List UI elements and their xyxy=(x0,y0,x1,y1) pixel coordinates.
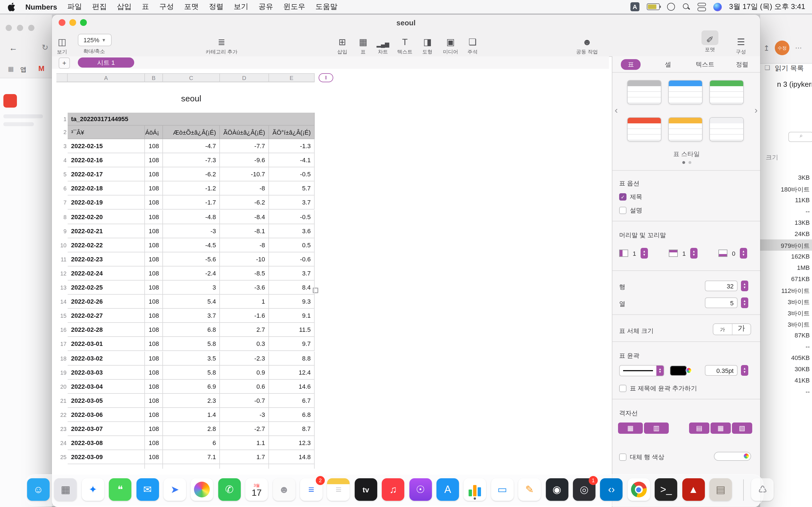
table-style-thumbnail-6[interactable] xyxy=(709,117,744,142)
font-smaller-button[interactable]: 가 xyxy=(713,324,732,335)
dock-messages-icon[interactable]: ❝ xyxy=(109,478,132,501)
outline-width-field[interactable]: 0.35pt xyxy=(705,365,738,376)
cell[interactable]: 2022-02-21 xyxy=(68,224,145,238)
menu-item-구성[interactable]: 구성 xyxy=(159,2,174,12)
apps-grid-icon[interactable]: ▦ xyxy=(8,65,14,73)
cell[interactable]: 2022-02-17 xyxy=(68,167,145,181)
table-row-21[interactable]: 2022-03-051082.3-0.76.7 xyxy=(68,394,315,408)
dock-finder-icon[interactable]: ☺ xyxy=(27,478,50,501)
cell[interactable]: 108 xyxy=(145,351,163,365)
table-row-13[interactable]: 2022-02-251083-3.68.4 xyxy=(68,281,315,295)
cell[interactable]: -4.8 xyxy=(163,210,220,224)
cell[interactable]: 6 xyxy=(163,436,220,450)
dock-reminders-icon[interactable]: ≡2 xyxy=(300,478,322,501)
cell[interactable]: -4.5 xyxy=(163,238,220,252)
outline-width-stepper[interactable]: ▲▼ xyxy=(741,365,748,376)
cell[interactable]: 2022-02-18 xyxy=(68,182,145,196)
cell[interactable]: -4.7 xyxy=(163,139,220,153)
cell[interactable]: -3 xyxy=(163,224,220,238)
cell[interactable]: -0.5 xyxy=(269,167,315,181)
table-row-1[interactable]: ta_20220317144955 xyxy=(68,113,315,126)
table-row-22[interactable]: 2022-03-061081.4-36.8 xyxy=(68,408,315,422)
add-sheet-button[interactable]: + xyxy=(59,57,70,69)
column-header-D[interactable]: D xyxy=(220,73,269,82)
cell[interactable]: 2022-02-23 xyxy=(68,252,145,267)
cell[interactable]: 108 xyxy=(145,281,163,295)
cell[interactable]: 3.7 xyxy=(163,309,220,323)
table-row-17[interactable]: 2022-03-011085.80.39.7 xyxy=(68,337,315,351)
cell[interactable]: 5.8 xyxy=(163,365,220,379)
table-style-thumbnail-1[interactable] xyxy=(627,80,661,104)
table-row-14[interactable]: 2022-02-261085.419.3 xyxy=(68,295,315,309)
size-column-header[interactable]: 크기 xyxy=(766,153,778,162)
cell[interactable]: 1.7 xyxy=(220,450,269,464)
table-row-4[interactable]: 2022-02-16108-7.3-9.6-4.1 xyxy=(68,153,315,167)
cell[interactable]: -3 xyxy=(220,408,269,422)
table-row-23[interactable]: 2022-03-071082.8-2.78.7 xyxy=(68,422,315,436)
cell[interactable]: -2.3 xyxy=(220,351,269,365)
cell[interactable]: 108 xyxy=(145,365,163,379)
cell[interactable]: -7.3 xyxy=(163,153,220,167)
inspector-tab-표[interactable]: 표 xyxy=(612,59,650,69)
cell[interactable]: 12.3 xyxy=(269,436,315,450)
menu-item-표[interactable]: 표 xyxy=(142,2,149,12)
cell[interactable]: 0.3 xyxy=(220,337,269,351)
header-footer-stepper-1[interactable]: ▲▼ xyxy=(641,248,648,259)
cell[interactable]: 2022-03-06 xyxy=(68,408,145,422)
cell[interactable]: 2022-02-27 xyxy=(68,309,145,323)
dock-maps-icon[interactable]: ➤ xyxy=(163,478,186,501)
cell[interactable]: -1.2 xyxy=(163,182,220,196)
title-outline-checkbox[interactable]: 표 제목에 윤곽 추가하기 xyxy=(619,384,697,393)
cell-ta-label[interactable]: ta_20220317144955 xyxy=(68,113,315,126)
cell[interactable]: 2022-02-25 xyxy=(68,281,145,295)
table-row-9[interactable]: 2022-02-21108-3-8.13.6 xyxy=(68,224,315,238)
cell[interactable]: -3.6 xyxy=(220,281,269,295)
menu-item-정렬[interactable]: 정렬 xyxy=(209,2,223,12)
column-header-B[interactable]: B xyxy=(145,73,163,82)
outline-style-combo[interactable]: ▲▼ xyxy=(619,365,664,376)
cell[interactable]: 2022-02-24 xyxy=(68,267,145,281)
cell[interactable]: 108 xyxy=(145,450,163,464)
cell[interactable]: -1.6 xyxy=(220,309,269,323)
cell[interactable]: 12.4 xyxy=(269,365,315,379)
title-checkbox[interactable]: ✓ 제목 xyxy=(619,193,642,201)
cell[interactable]: 0.6 xyxy=(220,379,269,393)
cell[interactable]: 108 xyxy=(145,210,163,224)
cell[interactable]: 2.8 xyxy=(163,422,220,436)
columns-stepper[interactable]: ▲▼ xyxy=(741,297,748,308)
header-cell[interactable]: Æò±Õ±â¿Â(¡É) xyxy=(163,126,220,139)
style-pagination-dots[interactable] xyxy=(612,161,760,164)
cell[interactable]: 9.7 xyxy=(269,337,315,351)
dock-numbers-icon[interactable] xyxy=(464,478,486,501)
toolbar-add-category-button[interactable]: ≣카테고리 추가 xyxy=(198,31,245,56)
dock-mail-icon[interactable]: ✉ xyxy=(136,478,159,501)
cell[interactable]: 2022-02-26 xyxy=(68,295,145,309)
cell[interactable]: 2.7 xyxy=(220,323,269,337)
toolbar-view-button[interactable]: ◫보기 xyxy=(52,31,73,56)
header-cell[interactable]: ³¯Â¥ xyxy=(68,126,145,139)
cell[interactable]: 108 xyxy=(145,422,163,436)
dock-keynote-icon[interactable]: ▭ xyxy=(491,478,514,501)
cell[interactable] xyxy=(269,464,315,469)
cell[interactable]: 6.8 xyxy=(163,323,220,337)
cell[interactable]: 11.5 xyxy=(269,323,315,337)
cell[interactable]: 0.5 xyxy=(269,238,315,252)
cell[interactable]: 2022-02-16 xyxy=(68,153,145,167)
cell[interactable]: 2022-03-03 xyxy=(68,365,145,379)
gmail-icon[interactable]: M xyxy=(38,64,45,73)
menu-item-공유[interactable]: 공유 xyxy=(259,2,273,12)
siri-icon[interactable] xyxy=(713,3,722,11)
cell[interactable]: 6.7 xyxy=(269,394,315,408)
table-style-thumbnail-3[interactable] xyxy=(709,80,744,104)
toolbar-comment-button[interactable]: ❏주석 xyxy=(461,31,484,56)
cell[interactable]: 108 xyxy=(145,309,163,323)
cell[interactable]: 1 xyxy=(220,295,269,309)
cell[interactable]: 8.4 xyxy=(269,281,315,295)
dock-music-icon[interactable]: ♫ xyxy=(382,478,404,501)
bookmark-apps[interactable]: 앱 xyxy=(20,65,27,74)
cell[interactable]: 108 xyxy=(145,224,163,238)
cell[interactable]: 3 xyxy=(163,281,220,295)
outline-color-wheel[interactable] xyxy=(686,367,692,374)
back-arrow-icon[interactable]: ← xyxy=(9,43,17,52)
column-header-A[interactable]: A xyxy=(68,73,145,82)
